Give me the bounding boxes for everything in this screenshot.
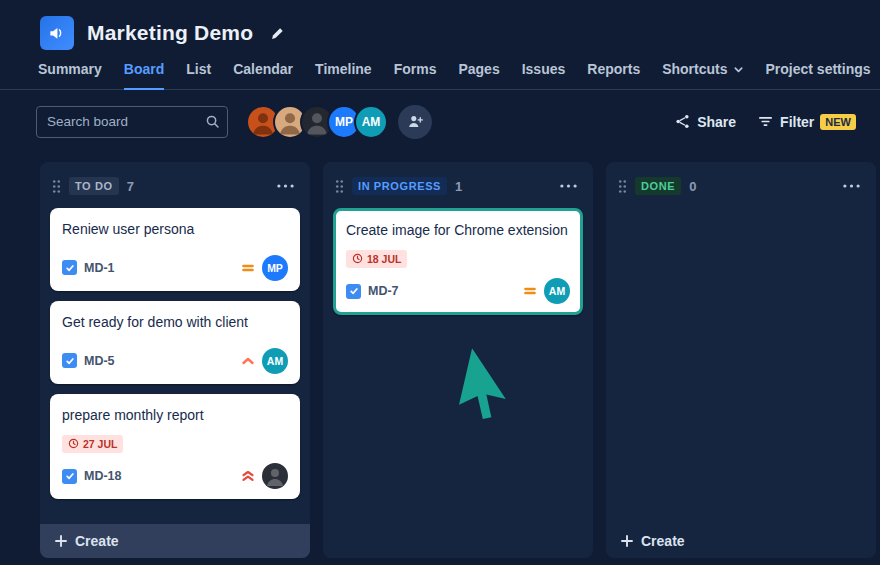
card[interactable]: prepare monthly report 27 JUL MD-18 — [50, 394, 300, 499]
tab-label: Issues — [522, 61, 566, 77]
card-list: Reniew user persona MD-1 MP Get ready fo… — [40, 204, 310, 524]
search-icon — [205, 114, 220, 129]
tab-pages[interactable]: Pages — [458, 61, 499, 90]
megaphone-icon — [47, 23, 67, 43]
search-wrap — [36, 106, 228, 138]
column-todo: TO DO 7 Reniew user persona MD-1 — [40, 162, 310, 558]
column-in-progress: IN PROGRESS 1 Create image for Chrome ex… — [323, 162, 593, 558]
card-title: Get ready for demo with client — [62, 313, 288, 332]
board-toolbar: MP AM Share — [0, 90, 880, 152]
priority-high-icon — [241, 354, 255, 368]
tab-calendar[interactable]: Calendar — [233, 61, 293, 90]
due-date-label: 18 JUL — [367, 253, 401, 265]
create-button[interactable]: Create — [606, 524, 876, 558]
due-date-label: 27 JUL — [83, 438, 117, 450]
share-button[interactable]: Share — [675, 114, 736, 130]
card-key: MD-7 — [368, 284, 399, 298]
filter-button[interactable]: Filter NEW — [758, 114, 856, 130]
tab-board[interactable]: Board — [124, 61, 164, 90]
tab-label: Forms — [394, 61, 437, 77]
column-name-badge: TO DO — [69, 177, 119, 195]
card-meta: MD-1 MP — [62, 255, 288, 281]
page-bottom — [0, 565, 880, 585]
clock-icon — [68, 438, 79, 449]
column-menu-button[interactable] — [273, 180, 298, 192]
column-header: TO DO 7 — [40, 162, 310, 204]
ellipsis-icon — [843, 184, 860, 188]
filter-icon — [758, 114, 773, 129]
tab-label: Timeline — [315, 61, 372, 77]
tab-issues[interactable]: Issues — [522, 61, 566, 90]
card[interactable]: Reniew user persona MD-1 MP — [50, 208, 300, 291]
card-title: Reniew user persona — [62, 220, 288, 239]
tab-timeline[interactable]: Timeline — [315, 61, 372, 90]
column-menu-button[interactable] — [556, 180, 581, 192]
tab-forms[interactable]: Forms — [394, 61, 437, 90]
tab-label: Project settings — [766, 61, 871, 77]
card-meta: MD-18 — [62, 463, 288, 489]
avatar-stack: MP AM — [246, 105, 432, 139]
tab-label: Shortcuts — [662, 61, 727, 77]
assignee-avatar[interactable]: AM — [544, 278, 570, 304]
ellipsis-icon — [277, 184, 294, 188]
filter-label: Filter — [780, 114, 814, 130]
board: TO DO 7 Reniew user persona MD-1 — [0, 152, 880, 558]
card-title: Create image for Chrome extension — [346, 221, 570, 240]
column-header: IN PROGRESS 1 — [323, 162, 593, 204]
avatar-initials: MP — [335, 115, 353, 129]
due-date-badge: 18 JUL — [346, 250, 407, 268]
page-title: Marketing Demo — [87, 21, 253, 45]
column-name-badge: DONE — [635, 177, 681, 195]
card-highlighted[interactable]: Create image for Chrome extension 18 JUL… — [333, 208, 583, 315]
tab-project-settings[interactable]: Project settings — [766, 61, 871, 90]
task-checkbox-icon — [346, 284, 361, 299]
tab-label: Calendar — [233, 61, 293, 77]
add-user-button[interactable] — [398, 105, 432, 139]
column-name-badge: IN PROGRESS — [352, 177, 447, 195]
tab-label: Summary — [38, 61, 102, 77]
card-list: Create image for Chrome extension 18 JUL… — [323, 204, 593, 558]
plus-icon — [620, 534, 634, 548]
assignee-avatar[interactable] — [262, 463, 288, 489]
due-date-badge: 27 JUL — [62, 435, 123, 453]
card-list — [606, 204, 876, 524]
task-checkbox-icon — [62, 469, 77, 484]
avatar-initials: MP — [267, 262, 283, 274]
avatar-initials: AM — [549, 285, 565, 297]
priority-highest-icon — [241, 469, 255, 483]
card-meta: MD-7 AM — [346, 278, 570, 304]
avatar-initials: AM — [267, 355, 283, 367]
project-nav: Summary Board List Calendar Timeline For… — [0, 52, 880, 90]
tab-reports[interactable]: Reports — [587, 61, 640, 90]
project-avatar — [40, 16, 74, 50]
column-header: DONE 0 — [606, 162, 876, 204]
card-key: MD-1 — [84, 261, 115, 275]
create-label: Create — [641, 533, 685, 549]
share-label: Share — [697, 114, 736, 130]
card-key: MD-5 — [84, 354, 115, 368]
assignee-avatar[interactable]: AM — [262, 348, 288, 374]
share-icon — [675, 114, 690, 129]
assignee-avatar[interactable]: MP — [262, 255, 288, 281]
edit-icon[interactable] — [270, 26, 285, 41]
drag-handle-icon[interactable] — [52, 179, 61, 194]
person-silhouette-icon — [263, 464, 287, 488]
drag-handle-icon[interactable] — [335, 179, 344, 194]
person-add-icon — [407, 113, 424, 130]
avatar[interactable]: AM — [354, 105, 388, 139]
card[interactable]: Get ready for demo with client MD-5 AM — [50, 301, 300, 384]
project-header: Marketing Demo — [0, 0, 880, 52]
tab-summary[interactable]: Summary — [38, 61, 102, 90]
search-input[interactable] — [36, 106, 228, 138]
column-count: 0 — [689, 179, 696, 194]
column-menu-button[interactable] — [839, 180, 864, 192]
tab-shortcuts[interactable]: Shortcuts — [662, 61, 743, 90]
column-count: 7 — [127, 179, 134, 194]
drag-handle-icon[interactable] — [618, 179, 627, 194]
tab-list[interactable]: List — [186, 61, 211, 90]
app: Marketing Demo Summary Board List Calend… — [0, 0, 880, 585]
create-button[interactable]: Create — [40, 524, 310, 558]
clock-icon — [352, 253, 363, 264]
toolbar-actions: Share Filter NEW — [675, 114, 856, 130]
card-key: MD-18 — [84, 469, 122, 483]
